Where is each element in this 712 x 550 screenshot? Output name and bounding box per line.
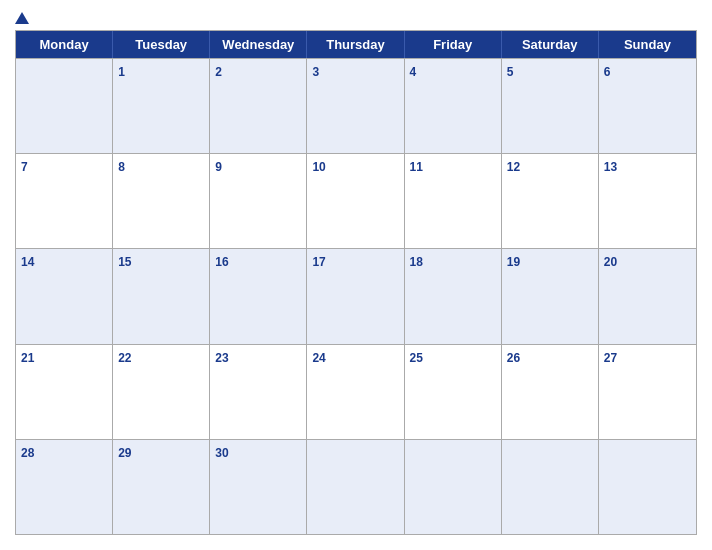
- day-number: 27: [604, 351, 617, 365]
- calendar-week-5: 282930: [16, 439, 696, 534]
- calendar-header: [15, 10, 697, 24]
- day-header-monday: Monday: [16, 31, 113, 58]
- calendar-day-27: 27: [599, 345, 696, 439]
- day-number: 30: [215, 446, 228, 460]
- day-headers-row: MondayTuesdayWednesdayThursdayFridaySatu…: [16, 31, 696, 58]
- calendar-day-6: 6: [599, 59, 696, 153]
- day-header-friday: Friday: [405, 31, 502, 58]
- day-number: 18: [410, 255, 423, 269]
- calendar-week-1: 123456: [16, 58, 696, 153]
- calendar-day-10: 10: [307, 154, 404, 248]
- calendar-day-12: 12: [502, 154, 599, 248]
- day-number: 1: [118, 65, 125, 79]
- day-number: 6: [604, 65, 611, 79]
- calendar-day-20: 20: [599, 249, 696, 343]
- calendar-empty-cell: [307, 440, 404, 534]
- day-number: 21: [21, 351, 34, 365]
- calendar-empty-cell: [16, 59, 113, 153]
- calendar-day-5: 5: [502, 59, 599, 153]
- calendar-week-2: 78910111213: [16, 153, 696, 248]
- calendar-day-1: 1: [113, 59, 210, 153]
- calendar-day-25: 25: [405, 345, 502, 439]
- calendar-day-9: 9: [210, 154, 307, 248]
- calendar-day-28: 28: [16, 440, 113, 534]
- calendar-day-2: 2: [210, 59, 307, 153]
- day-number: 17: [312, 255, 325, 269]
- day-number: 29: [118, 446, 131, 460]
- calendar-day-22: 22: [113, 345, 210, 439]
- day-number: 13: [604, 160, 617, 174]
- day-number: 11: [410, 160, 423, 174]
- calendar-week-4: 21222324252627: [16, 344, 696, 439]
- day-number: 7: [21, 160, 28, 174]
- day-header-thursday: Thursday: [307, 31, 404, 58]
- day-header-tuesday: Tuesday: [113, 31, 210, 58]
- day-header-sunday: Sunday: [599, 31, 696, 58]
- day-number: 23: [215, 351, 228, 365]
- calendar-day-18: 18: [405, 249, 502, 343]
- logo-blue-container: [15, 12, 31, 24]
- calendar-day-17: 17: [307, 249, 404, 343]
- day-number: 9: [215, 160, 222, 174]
- day-number: 5: [507, 65, 514, 79]
- calendar-day-11: 11: [405, 154, 502, 248]
- day-number: 10: [312, 160, 325, 174]
- calendar-grid: MondayTuesdayWednesdayThursdayFridaySatu…: [15, 30, 697, 535]
- day-number: 3: [312, 65, 319, 79]
- day-number: 20: [604, 255, 617, 269]
- calendar-weeks: 1234567891011121314151617181920212223242…: [16, 58, 696, 534]
- calendar-day-23: 23: [210, 345, 307, 439]
- day-number: 8: [118, 160, 125, 174]
- calendar-day-4: 4: [405, 59, 502, 153]
- logo-triangle-icon: [15, 12, 29, 24]
- day-number: 19: [507, 255, 520, 269]
- calendar-day-26: 26: [502, 345, 599, 439]
- calendar-empty-cell: [405, 440, 502, 534]
- day-number: 26: [507, 351, 520, 365]
- calendar-day-19: 19: [502, 249, 599, 343]
- day-header-wednesday: Wednesday: [210, 31, 307, 58]
- calendar-empty-cell: [599, 440, 696, 534]
- calendar-day-8: 8: [113, 154, 210, 248]
- calendar-day-30: 30: [210, 440, 307, 534]
- calendar-week-3: 14151617181920: [16, 248, 696, 343]
- day-number: 28: [21, 446, 34, 460]
- day-number: 22: [118, 351, 131, 365]
- calendar-day-3: 3: [307, 59, 404, 153]
- calendar-empty-cell: [502, 440, 599, 534]
- calendar-day-14: 14: [16, 249, 113, 343]
- calendar-day-13: 13: [599, 154, 696, 248]
- day-number: 25: [410, 351, 423, 365]
- day-header-saturday: Saturday: [502, 31, 599, 58]
- day-number: 12: [507, 160, 520, 174]
- day-number: 2: [215, 65, 222, 79]
- day-number: 16: [215, 255, 228, 269]
- day-number: 14: [21, 255, 34, 269]
- day-number: 4: [410, 65, 417, 79]
- logo: [15, 12, 31, 24]
- calendar-day-16: 16: [210, 249, 307, 343]
- calendar-day-15: 15: [113, 249, 210, 343]
- day-number: 24: [312, 351, 325, 365]
- calendar-day-7: 7: [16, 154, 113, 248]
- calendar-day-21: 21: [16, 345, 113, 439]
- calendar-day-24: 24: [307, 345, 404, 439]
- calendar-day-29: 29: [113, 440, 210, 534]
- day-number: 15: [118, 255, 131, 269]
